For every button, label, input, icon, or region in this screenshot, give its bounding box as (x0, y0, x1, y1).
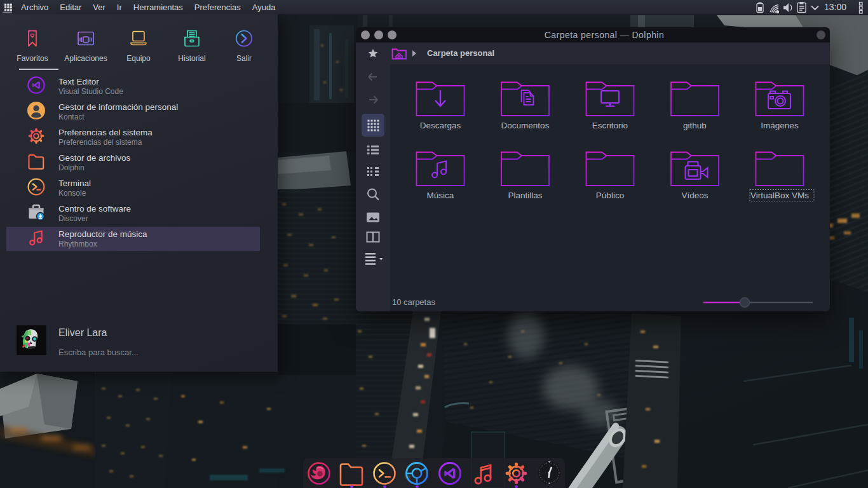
svg-text:Público: Público (596, 191, 624, 200)
svg-text:Vídeos: Vídeos (681, 191, 708, 200)
svg-text:Música: Música (427, 191, 454, 200)
svg-text:VirtualBox VMs: VirtualBox VMs (750, 191, 809, 200)
svg-text:Imágenes: Imágenes (761, 121, 799, 130)
svg-text:github: github (683, 121, 707, 130)
svg-text:Escritorio: Escritorio (592, 121, 628, 130)
svg-text:Descargas: Descargas (420, 121, 461, 130)
svg-text:Plantillas: Plantillas (508, 191, 542, 200)
svg-text:Documentos: Documentos (501, 121, 550, 130)
